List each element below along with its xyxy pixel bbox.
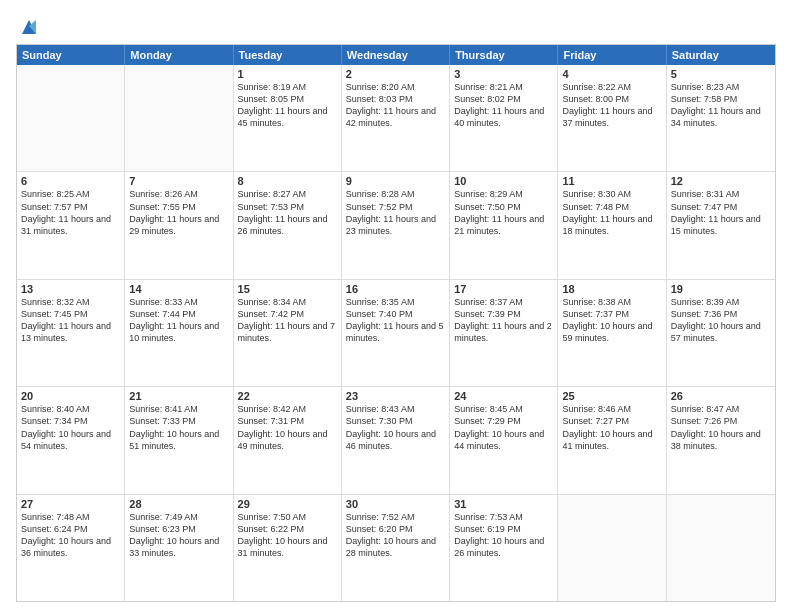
calendar-cell: 12Sunrise: 8:31 AM Sunset: 7:47 PM Dayli… (667, 172, 775, 278)
cell-text: Sunrise: 7:48 AM Sunset: 6:24 PM Dayligh… (21, 511, 120, 560)
cell-text: Sunrise: 8:21 AM Sunset: 8:02 PM Dayligh… (454, 81, 553, 130)
calendar-cell: 18Sunrise: 8:38 AM Sunset: 7:37 PM Dayli… (558, 280, 666, 386)
day-number: 10 (454, 175, 553, 187)
calendar-cell (17, 65, 125, 171)
day-number: 31 (454, 498, 553, 510)
header-wednesday: Wednesday (342, 45, 450, 65)
calendar-cell: 16Sunrise: 8:35 AM Sunset: 7:40 PM Dayli… (342, 280, 450, 386)
cell-text: Sunrise: 8:33 AM Sunset: 7:44 PM Dayligh… (129, 296, 228, 345)
calendar-cell: 22Sunrise: 8:42 AM Sunset: 7:31 PM Dayli… (234, 387, 342, 493)
day-number: 4 (562, 68, 661, 80)
day-number: 24 (454, 390, 553, 402)
cell-text: Sunrise: 8:46 AM Sunset: 7:27 PM Dayligh… (562, 403, 661, 452)
day-number: 13 (21, 283, 120, 295)
cell-text: Sunrise: 8:28 AM Sunset: 7:52 PM Dayligh… (346, 188, 445, 237)
calendar-cell: 4Sunrise: 8:22 AM Sunset: 8:00 PM Daylig… (558, 65, 666, 171)
calendar-row-3: 13Sunrise: 8:32 AM Sunset: 7:45 PM Dayli… (17, 280, 775, 387)
day-number: 6 (21, 175, 120, 187)
calendar-row-2: 6Sunrise: 8:25 AM Sunset: 7:57 PM Daylig… (17, 172, 775, 279)
cell-text: Sunrise: 8:39 AM Sunset: 7:36 PM Dayligh… (671, 296, 771, 345)
day-number: 26 (671, 390, 771, 402)
day-number: 2 (346, 68, 445, 80)
cell-text: Sunrise: 8:30 AM Sunset: 7:48 PM Dayligh… (562, 188, 661, 237)
calendar-cell: 23Sunrise: 8:43 AM Sunset: 7:30 PM Dayli… (342, 387, 450, 493)
cell-text: Sunrise: 8:45 AM Sunset: 7:29 PM Dayligh… (454, 403, 553, 452)
calendar-header: Sunday Monday Tuesday Wednesday Thursday… (17, 45, 775, 65)
calendar-cell: 21Sunrise: 8:41 AM Sunset: 7:33 PM Dayli… (125, 387, 233, 493)
cell-text: Sunrise: 8:26 AM Sunset: 7:55 PM Dayligh… (129, 188, 228, 237)
calendar-row-5: 27Sunrise: 7:48 AM Sunset: 6:24 PM Dayli… (17, 495, 775, 601)
cell-text: Sunrise: 8:23 AM Sunset: 7:58 PM Dayligh… (671, 81, 771, 130)
cell-text: Sunrise: 7:53 AM Sunset: 6:19 PM Dayligh… (454, 511, 553, 560)
calendar-cell: 3Sunrise: 8:21 AM Sunset: 8:02 PM Daylig… (450, 65, 558, 171)
calendar-cell: 1Sunrise: 8:19 AM Sunset: 8:05 PM Daylig… (234, 65, 342, 171)
day-number: 9 (346, 175, 445, 187)
day-number: 11 (562, 175, 661, 187)
calendar-cell: 9Sunrise: 8:28 AM Sunset: 7:52 PM Daylig… (342, 172, 450, 278)
day-number: 12 (671, 175, 771, 187)
cell-text: Sunrise: 8:35 AM Sunset: 7:40 PM Dayligh… (346, 296, 445, 345)
calendar-cell: 20Sunrise: 8:40 AM Sunset: 7:34 PM Dayli… (17, 387, 125, 493)
calendar-body: 1Sunrise: 8:19 AM Sunset: 8:05 PM Daylig… (17, 65, 775, 601)
logo (16, 16, 40, 38)
calendar-cell (667, 495, 775, 601)
cell-text: Sunrise: 8:47 AM Sunset: 7:26 PM Dayligh… (671, 403, 771, 452)
day-number: 21 (129, 390, 228, 402)
cell-text: Sunrise: 8:31 AM Sunset: 7:47 PM Dayligh… (671, 188, 771, 237)
day-number: 7 (129, 175, 228, 187)
day-number: 23 (346, 390, 445, 402)
calendar-row-1: 1Sunrise: 8:19 AM Sunset: 8:05 PM Daylig… (17, 65, 775, 172)
cell-text: Sunrise: 8:32 AM Sunset: 7:45 PM Dayligh… (21, 296, 120, 345)
header-tuesday: Tuesday (234, 45, 342, 65)
cell-text: Sunrise: 8:37 AM Sunset: 7:39 PM Dayligh… (454, 296, 553, 345)
page: Sunday Monday Tuesday Wednesday Thursday… (0, 0, 792, 612)
day-number: 28 (129, 498, 228, 510)
calendar-cell: 27Sunrise: 7:48 AM Sunset: 6:24 PM Dayli… (17, 495, 125, 601)
cell-text: Sunrise: 8:38 AM Sunset: 7:37 PM Dayligh… (562, 296, 661, 345)
cell-text: Sunrise: 8:34 AM Sunset: 7:42 PM Dayligh… (238, 296, 337, 345)
calendar-cell: 2Sunrise: 8:20 AM Sunset: 8:03 PM Daylig… (342, 65, 450, 171)
day-number: 25 (562, 390, 661, 402)
cell-text: Sunrise: 8:27 AM Sunset: 7:53 PM Dayligh… (238, 188, 337, 237)
cell-text: Sunrise: 8:40 AM Sunset: 7:34 PM Dayligh… (21, 403, 120, 452)
calendar-cell: 30Sunrise: 7:52 AM Sunset: 6:20 PM Dayli… (342, 495, 450, 601)
calendar-cell: 25Sunrise: 8:46 AM Sunset: 7:27 PM Dayli… (558, 387, 666, 493)
calendar-cell: 13Sunrise: 8:32 AM Sunset: 7:45 PM Dayli… (17, 280, 125, 386)
calendar-row-4: 20Sunrise: 8:40 AM Sunset: 7:34 PM Dayli… (17, 387, 775, 494)
calendar-cell: 29Sunrise: 7:50 AM Sunset: 6:22 PM Dayli… (234, 495, 342, 601)
calendar-cell: 6Sunrise: 8:25 AM Sunset: 7:57 PM Daylig… (17, 172, 125, 278)
calendar-cell: 5Sunrise: 8:23 AM Sunset: 7:58 PM Daylig… (667, 65, 775, 171)
header-monday: Monday (125, 45, 233, 65)
day-number: 19 (671, 283, 771, 295)
day-number: 1 (238, 68, 337, 80)
header-thursday: Thursday (450, 45, 558, 65)
cell-text: Sunrise: 8:43 AM Sunset: 7:30 PM Dayligh… (346, 403, 445, 452)
day-number: 30 (346, 498, 445, 510)
day-number: 3 (454, 68, 553, 80)
calendar-cell (125, 65, 233, 171)
header-friday: Friday (558, 45, 666, 65)
day-number: 22 (238, 390, 337, 402)
cell-text: Sunrise: 8:19 AM Sunset: 8:05 PM Dayligh… (238, 81, 337, 130)
day-number: 29 (238, 498, 337, 510)
header (16, 12, 776, 38)
calendar-cell: 11Sunrise: 8:30 AM Sunset: 7:48 PM Dayli… (558, 172, 666, 278)
day-number: 20 (21, 390, 120, 402)
day-number: 5 (671, 68, 771, 80)
calendar-cell: 17Sunrise: 8:37 AM Sunset: 7:39 PM Dayli… (450, 280, 558, 386)
calendar-cell: 15Sunrise: 8:34 AM Sunset: 7:42 PM Dayli… (234, 280, 342, 386)
calendar-cell: 19Sunrise: 8:39 AM Sunset: 7:36 PM Dayli… (667, 280, 775, 386)
calendar-cell: 31Sunrise: 7:53 AM Sunset: 6:19 PM Dayli… (450, 495, 558, 601)
cell-text: Sunrise: 8:41 AM Sunset: 7:33 PM Dayligh… (129, 403, 228, 452)
calendar-cell: 14Sunrise: 8:33 AM Sunset: 7:44 PM Dayli… (125, 280, 233, 386)
cell-text: Sunrise: 8:20 AM Sunset: 8:03 PM Dayligh… (346, 81, 445, 130)
header-sunday: Sunday (17, 45, 125, 65)
day-number: 14 (129, 283, 228, 295)
calendar-cell: 10Sunrise: 8:29 AM Sunset: 7:50 PM Dayli… (450, 172, 558, 278)
day-number: 16 (346, 283, 445, 295)
cell-text: Sunrise: 7:52 AM Sunset: 6:20 PM Dayligh… (346, 511, 445, 560)
day-number: 27 (21, 498, 120, 510)
calendar-cell (558, 495, 666, 601)
day-number: 17 (454, 283, 553, 295)
cell-text: Sunrise: 7:49 AM Sunset: 6:23 PM Dayligh… (129, 511, 228, 560)
